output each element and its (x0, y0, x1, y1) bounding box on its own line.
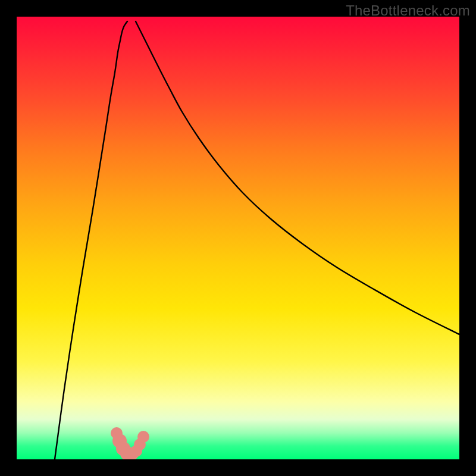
curve-left-branch (55, 21, 127, 459)
curve-right-branch (136, 21, 459, 334)
curves-layer (17, 17, 459, 459)
chart-frame: TheBottleneck.com (0, 0, 476, 476)
watermark-text: TheBottleneck.com (346, 2, 470, 19)
plot-area (17, 17, 459, 459)
marker-cluster-right-3 (137, 431, 149, 443)
